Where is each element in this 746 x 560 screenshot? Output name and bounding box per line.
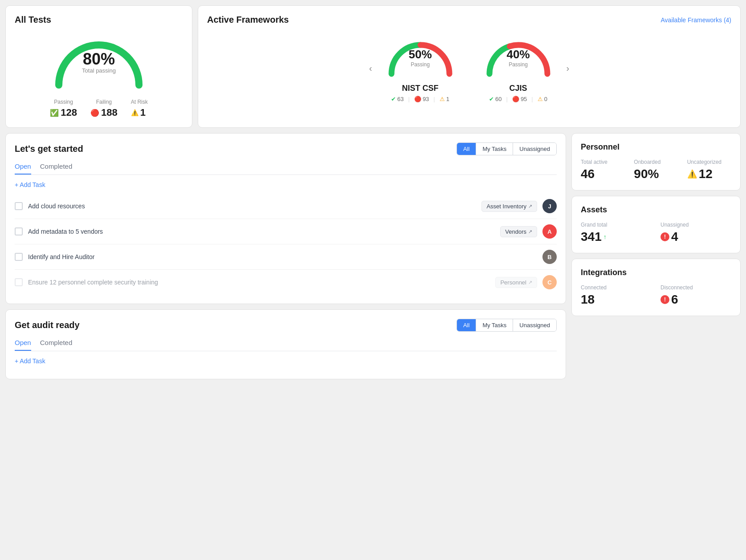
disconnected-label: Disconnected <box>660 284 731 291</box>
external-link-icon-2: ↗ <box>528 229 532 235</box>
tab-completed[interactable]: Completed <box>40 162 73 174</box>
grand-total-value: 341 ↑ <box>581 230 652 244</box>
total-active-value: 46 <box>581 167 625 181</box>
connected-value: 18 <box>581 292 652 307</box>
get-audit-ready-filters: All My Tasks Unassigned <box>457 319 557 332</box>
assets-card: Assets Grand total 341 ↑ Unassigned ! 4 <box>571 196 741 253</box>
task-tag-1[interactable]: Asset Inventory ↗ <box>481 201 537 212</box>
audit-tab-open[interactable]: Open <box>15 339 31 351</box>
up-arrow-icon: ↑ <box>603 233 607 240</box>
cjis-check-icon: ✔ <box>489 96 494 102</box>
get-audit-ready-title: Get audit ready <box>15 320 80 330</box>
assets-unassigned-stat: Unassigned ! 4 <box>660 222 731 244</box>
task-checkbox-4[interactable] <box>15 278 23 286</box>
audit-filter-all-btn[interactable]: All <box>457 319 476 331</box>
audit-filter-mytasks-btn[interactable]: My Tasks <box>476 319 513 331</box>
task-avatar-4: C <box>542 275 557 289</box>
disconnected-error-icon: ! <box>660 295 669 304</box>
disconnected-value: ! 6 <box>660 292 731 307</box>
all-tests-label: Total passing <box>82 67 116 74</box>
cjis-gauge: 40% Passing <box>483 34 554 78</box>
right-sidebar: Personnel Total active 46 Onboarded 90% … <box>571 133 741 379</box>
audit-filter-unassigned-btn[interactable]: Unassigned <box>513 319 556 331</box>
task-checkbox-3[interactable] <box>15 253 23 261</box>
task-tag-2[interactable]: Vendors ↗ <box>500 226 537 237</box>
framework-cjis: 40% Passing CJIS ✔ 60 | 🔴 95 <box>483 34 554 102</box>
personnel-title: Personnel <box>581 142 731 152</box>
all-tests-title: All Tests <box>15 15 183 25</box>
total-active-label: Total active <box>581 159 625 165</box>
nist-check-icon: ✔ <box>391 96 396 102</box>
task-checkbox-1[interactable] <box>15 202 23 210</box>
cjis-fail-icon: 🔴 <box>512 96 519 102</box>
next-framework-arrow[interactable]: › <box>563 60 573 77</box>
nist-risk-stat: ⚠ 1 <box>440 96 449 102</box>
cjis-risk-value: 0 <box>544 96 547 102</box>
assets-stats: Grand total 341 ↑ Unassigned ! 4 <box>581 222 731 244</box>
frameworks-content: ‹ 50% Passing NIS <box>207 29 731 107</box>
nist-fail-stat: 🔴 93 <box>414 96 429 102</box>
integrations-stats: Connected 18 Disconnected ! 6 <box>581 284 731 307</box>
filter-unassigned-btn[interactable]: Unassigned <box>513 143 556 155</box>
nist-fail-value: 93 <box>423 96 429 102</box>
uncategorized-label: Uncategorized <box>687 159 731 165</box>
task-avatar-2: A <box>542 224 557 239</box>
filter-all-btn[interactable]: All <box>457 143 476 155</box>
assets-unassigned-value: ! 4 <box>660 230 731 244</box>
failing-value: 🔴 188 <box>90 107 118 118</box>
onboarded-value: 90% <box>634 167 678 181</box>
lets-get-started-filters: All My Tasks Unassigned <box>457 142 557 155</box>
nist-csf-percent: 50% <box>408 49 432 60</box>
all-tests-gauge-text: 80% Total passing <box>82 51 116 74</box>
nist-check-stat: ✔ 63 <box>391 96 404 102</box>
add-task-button[interactable]: + Add Task <box>15 181 45 188</box>
personnel-stats: Total active 46 Onboarded 90% Uncategori… <box>581 159 731 181</box>
audit-tab-completed[interactable]: Completed <box>40 339 73 351</box>
task-checkbox-2[interactable] <box>15 227 23 235</box>
table-row: Add cloud resources Asset Inventory ↗ J <box>15 194 557 219</box>
avatar-letter-4: C <box>547 279 551 286</box>
prev-framework-arrow[interactable]: ‹ <box>366 60 376 77</box>
connected-label: Connected <box>581 284 652 291</box>
lets-get-started-tabs: Open Completed <box>15 162 557 175</box>
task-text-1: Add cloud resources <box>28 203 476 210</box>
connected-stat: Connected 18 <box>581 284 652 307</box>
available-frameworks-link[interactable]: Available Frameworks (4) <box>661 16 731 24</box>
framework-items: 50% Passing NIST CSF ✔ 63 | 🔴 93 <box>385 34 554 102</box>
all-tests-stats: Passing ✅ 128 Failing 🔴 188 At Risk ⚠️ 1 <box>15 99 183 118</box>
disconnected-stat: Disconnected ! 6 <box>660 284 731 307</box>
task-tag-label-4: Personnel <box>500 279 526 286</box>
task-text-4: Ensure 12 personnel complete security tr… <box>28 279 490 286</box>
nist-csf-gauge-text: 50% Passing <box>408 49 432 68</box>
lets-get-started-card: Let's get started All My Tasks Unassigne… <box>5 133 566 304</box>
all-tests-gauge: 80% Total passing <box>50 29 148 92</box>
uncategorized-stat: Uncategorized ⚠️ 12 <box>687 159 731 181</box>
table-row: Ensure 12 personnel complete security tr… <box>15 270 557 295</box>
nist-risk-value: 1 <box>446 96 449 102</box>
task-text-2: Add metadata to 5 vendors <box>28 228 495 235</box>
sep2: | <box>433 96 435 102</box>
cjis-risk-stat: ⚠ 0 <box>538 96 547 102</box>
cjis-stats: ✔ 60 | 🔴 95 | ⚠ 0 <box>489 96 547 102</box>
tab-open[interactable]: Open <box>15 162 31 174</box>
audit-add-task-button[interactable]: + Add Task <box>15 357 45 365</box>
task-list: Add cloud resources Asset Inventory ↗ J … <box>15 194 557 295</box>
nist-risk-icon: ⚠ <box>440 96 445 102</box>
personnel-card: Personnel Total active 46 Onboarded 90% … <box>571 133 741 191</box>
passing-stat: Passing ✅ 128 <box>50 99 77 118</box>
assets-unassigned-label: Unassigned <box>660 222 731 228</box>
filter-mytasks-btn[interactable]: My Tasks <box>476 143 513 155</box>
atrisk-label: At Risk <box>131 99 148 105</box>
cjis-fail-value: 95 <box>521 96 527 102</box>
assets-error-icon: ! <box>660 232 669 241</box>
atrisk-icon: ⚠️ <box>131 109 139 116</box>
nist-csf-gauge: 50% Passing <box>385 34 456 78</box>
integrations-card: Integrations Connected 18 Disconnected !… <box>571 259 741 316</box>
passing-icon: ✅ <box>50 109 59 117</box>
sep1: | <box>408 96 409 102</box>
task-tag-4[interactable]: Personnel ↗ <box>495 277 537 288</box>
nist-csf-stats: ✔ 63 | 🔴 93 | ⚠ 1 <box>391 96 449 102</box>
lets-get-started-header: Let's get started All My Tasks Unassigne… <box>15 142 557 155</box>
all-tests-card: All Tests 80% Total passing Passing ✅ 12… <box>5 5 192 128</box>
grand-total-label: Grand total <box>581 222 652 228</box>
